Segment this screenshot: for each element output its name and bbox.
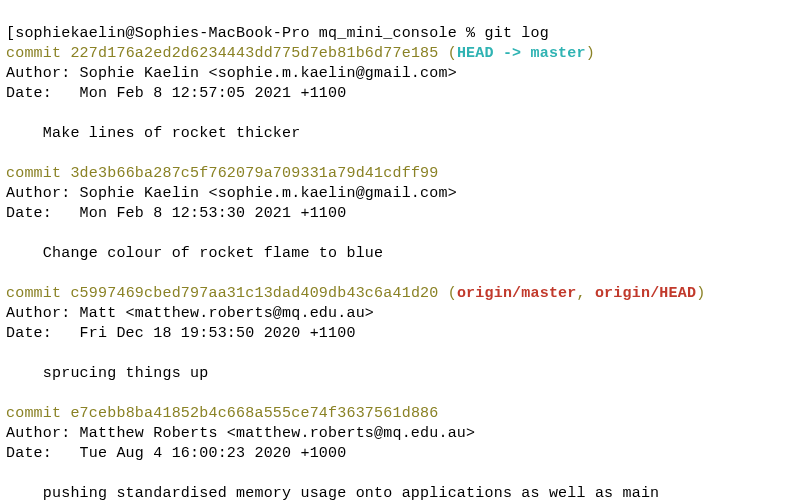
commit-hash: c5997469cbed797aa31c13dad409db43c6a41d20 — [70, 285, 438, 302]
head-arrow: HEAD -> — [457, 45, 531, 62]
prompt-bracket: [ — [6, 25, 15, 42]
date-line: Date: Tue Aug 4 16:00:23 2020 +1000 — [6, 445, 346, 462]
refs-close: ) — [586, 45, 595, 62]
refs-open: ( — [438, 285, 456, 302]
commit-hash: e7cebb8ba41852b4c668a555ce74f3637561d886 — [70, 405, 438, 422]
commit-message: pushing standardised memory usage onto a… — [6, 485, 659, 502]
commit-message: Make lines of rocket thicker — [6, 125, 300, 142]
commit-hash: 227d176a2ed2d6234443dd775d7eb81b6d77e185 — [70, 45, 438, 62]
commit-hash-label: commit — [6, 165, 70, 182]
author-line: Author: Matt <matthew.roberts@mq.edu.au> — [6, 305, 374, 322]
author-line: Author: Sophie Kaelin <sophie.m.kaelin@g… — [6, 65, 457, 82]
author-line: Author: Sophie Kaelin <sophie.m.kaelin@g… — [6, 185, 457, 202]
commit-hash-label: commit — [6, 405, 70, 422]
remote-ref: origin/HEAD — [595, 285, 696, 302]
refs-close: ) — [696, 285, 705, 302]
commit-hash: 3de3b66ba287c5f762079a709331a79d41cdff99 — [70, 165, 438, 182]
terminal-output: [sophiekaelin@Sophies-MacBook-Pro mq_min… — [0, 0, 799, 503]
branch-name: master — [531, 45, 586, 62]
commit-message: sprucing things up — [6, 365, 208, 382]
refs-sep: , — [577, 285, 595, 302]
date-line: Date: Mon Feb 8 12:57:05 2021 +1100 — [6, 85, 346, 102]
commit-hash-label: commit — [6, 285, 70, 302]
remote-ref: origin/master — [457, 285, 577, 302]
refs-open: ( — [438, 45, 456, 62]
command-text: git log — [484, 25, 548, 42]
author-line: Author: Matthew Roberts <matthew.roberts… — [6, 425, 475, 442]
commit-message: Change colour of rocket flame to blue — [6, 245, 383, 262]
commit-hash-label: commit — [6, 45, 70, 62]
shell-prompt: sophiekaelin@Sophies-MacBook-Pro mq_mini… — [15, 25, 484, 42]
date-line: Date: Fri Dec 18 19:53:50 2020 +1100 — [6, 325, 356, 342]
date-line: Date: Mon Feb 8 12:53:30 2021 +1100 — [6, 205, 346, 222]
